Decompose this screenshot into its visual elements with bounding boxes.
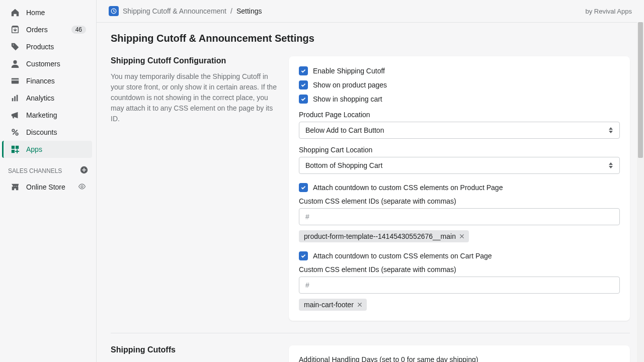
- svg-point-7: [12, 129, 15, 132]
- sidebar-item-label: Online Store: [26, 183, 78, 191]
- checkbox-label: Show in shopping cart: [313, 95, 382, 103]
- svg-point-1: [13, 60, 17, 64]
- sidebar-item-label: Finances: [26, 77, 86, 85]
- sidebar-item-analytics[interactable]: Analytics: [4, 89, 92, 107]
- section-cutoffs: Shipping Cutoffs Select the days you shi…: [111, 345, 630, 362]
- checkbox-icon: [299, 66, 308, 75]
- sidebar-item-customers[interactable]: Customers: [4, 55, 92, 72]
- sidebar-item-label: Marketing: [26, 111, 86, 119]
- apps-icon: [10, 144, 20, 154]
- orders-icon: [10, 25, 20, 35]
- sales-channels-header: SALES CHANNELS: [2, 158, 94, 178]
- add-channel-icon[interactable]: [80, 166, 88, 175]
- app-logo-icon: [109, 6, 119, 16]
- checkbox-attach-cart[interactable]: Attach countdown to custom CSS elements …: [299, 251, 620, 260]
- checkbox-enable-cutoff[interactable]: Enable Shipping Cutoff: [299, 66, 620, 75]
- breadcrumb-separator: /: [230, 7, 232, 15]
- checkbox-label: Attach countdown to custom CSS elements …: [313, 184, 503, 192]
- select-cart-location[interactable]: Bottom of Shopping Cart: [299, 157, 620, 174]
- checkbox-label: Show on product pages: [313, 81, 387, 89]
- sidebar-item-discounts[interactable]: Discounts: [4, 124, 92, 141]
- sidebar-item-label: Discounts: [26, 128, 86, 136]
- section-description: Shipping Cutoff Configuration You may te…: [111, 56, 277, 321]
- select-value: Below Add to Cart Button: [305, 126, 384, 134]
- sidebar-item-orders[interactable]: Orders 46: [4, 21, 92, 38]
- svg-rect-11: [12, 150, 15, 153]
- breadcrumb-current: Settings: [236, 7, 262, 15]
- label-handling-days: Additional Handling Days (set to 0 for s…: [299, 355, 620, 362]
- megaphone-icon: [10, 110, 20, 120]
- sidebar-item-home[interactable]: Home: [4, 4, 92, 21]
- svg-rect-3: [12, 79, 19, 80]
- tag-remove-icon[interactable]: [459, 233, 465, 239]
- section-shipping-config: Shipping Cutoff Configuration You may te…: [111, 56, 630, 321]
- checkbox-show-cart[interactable]: Show in shopping cart: [299, 95, 620, 104]
- tag-product-css: product-form-template--14145430552676__m…: [299, 230, 469, 242]
- section-description: Shipping Cutoffs Select the days you shi…: [111, 345, 277, 362]
- select-value: Bottom of Shopping Cart: [305, 161, 382, 169]
- breadcrumb-app[interactable]: Shipping Cutoff & Announcement: [123, 7, 226, 15]
- checkbox-icon: [299, 251, 308, 260]
- sidebar-item-marketing[interactable]: Marketing: [4, 107, 92, 124]
- config-card: Enable Shipping Cutoff Show on product p…: [289, 56, 630, 321]
- input-css-cart[interactable]: [299, 277, 620, 294]
- tag-remove-icon[interactable]: [357, 302, 363, 308]
- analytics-icon: [10, 93, 20, 103]
- person-icon: [10, 59, 20, 69]
- label-product-location: Product Page Location: [299, 111, 620, 119]
- svg-rect-4: [12, 98, 14, 101]
- sidebar-item-apps[interactable]: Apps: [2, 141, 92, 158]
- section-header-label: SALES CHANNELS: [8, 167, 62, 174]
- checkbox-attach-product[interactable]: Attach countdown to custom CSS elements …: [299, 183, 620, 192]
- section-text: You may temporarily disable the Shipping…: [111, 71, 277, 124]
- eye-icon[interactable]: [78, 183, 86, 192]
- page-title: Shipping Cutoff & Announcement Settings: [111, 33, 630, 44]
- byline: by Revival Apps: [586, 8, 632, 15]
- breadcrumb: Shipping Cutoff & Announcement / Setting…: [109, 6, 262, 16]
- label-cart-location: Shopping Cart Location: [299, 146, 620, 154]
- sidebar-item-label: Products: [26, 43, 86, 51]
- section-heading: Shipping Cutoffs: [111, 345, 277, 354]
- input-css-product[interactable]: [299, 208, 620, 225]
- tag-text: main-cart-footer: [304, 301, 354, 309]
- scrollbar-thumb[interactable]: [638, 22, 643, 158]
- discount-icon: [10, 127, 20, 137]
- sidebar-item-finances[interactable]: Finances: [4, 72, 92, 89]
- checkbox-label: Attach countdown to custom CSS elements …: [313, 252, 492, 260]
- select-arrows-icon: [608, 127, 613, 133]
- sidebar-item-label: Analytics: [26, 94, 86, 102]
- sidebar-item-label: Customers: [26, 60, 86, 68]
- tag-cart-css: main-cart-footer: [299, 299, 367, 311]
- home-icon: [10, 8, 20, 18]
- finances-icon: [10, 76, 20, 86]
- checkbox-icon: [299, 80, 308, 89]
- sidebar: Home Orders 46 Products Customers Financ…: [0, 0, 97, 362]
- section-heading: Shipping Cutoff Configuration: [111, 56, 277, 65]
- svg-point-8: [16, 133, 18, 135]
- sidebar-item-label: Home: [26, 9, 86, 17]
- orders-badge: 46: [71, 26, 86, 34]
- svg-rect-5: [14, 96, 16, 101]
- tag-icon: [10, 42, 20, 52]
- select-product-location[interactable]: Below Add to Cart Button: [299, 122, 620, 139]
- svg-rect-6: [17, 95, 18, 102]
- scrollbar[interactable]: [637, 22, 644, 362]
- checkbox-icon: [299, 183, 308, 192]
- svg-rect-2: [12, 78, 19, 84]
- cutoffs-card: Additional Handling Days (set to 0 for s…: [289, 345, 630, 362]
- sidebar-item-label: Apps: [26, 145, 86, 153]
- checkbox-icon: [299, 95, 308, 104]
- sidebar-item-label: Orders: [26, 26, 71, 34]
- select-arrows-icon: [608, 162, 613, 168]
- checkbox-label: Enable Shipping Cutoff: [313, 67, 385, 75]
- checkbox-show-product[interactable]: Show on product pages: [299, 80, 620, 89]
- divider: [111, 333, 630, 333]
- tag-text: product-form-template--14145430552676__m…: [304, 232, 456, 240]
- store-icon: [10, 182, 20, 192]
- label-css-ids-cart: Custom CSS element IDs (separate with co…: [299, 265, 620, 274]
- sidebar-item-products[interactable]: Products: [4, 38, 92, 55]
- content: Shipping Cutoff & Announcement Settings …: [97, 23, 644, 362]
- sidebar-item-online-store[interactable]: Online Store: [4, 178, 92, 196]
- label-css-ids-product: Custom CSS element IDs (separate with co…: [299, 197, 620, 205]
- svg-rect-10: [16, 146, 19, 149]
